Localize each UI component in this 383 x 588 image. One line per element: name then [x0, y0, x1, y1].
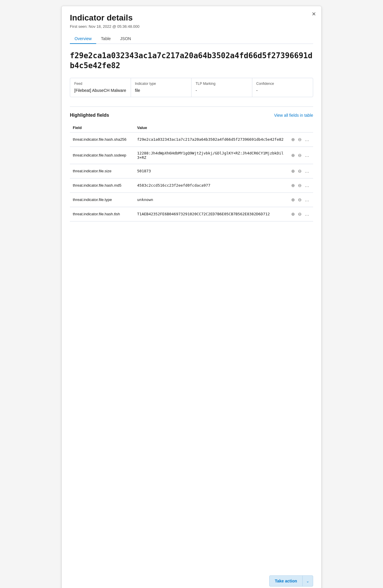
action-icons-group: ⊕⊖…​	[291, 197, 310, 203]
panel-title: Indicator details	[70, 13, 313, 23]
more-options-icon[interactable]: …​	[304, 183, 310, 188]
feed-label: Feed	[74, 82, 127, 86]
filter-for-icon[interactable]: ⊕	[291, 197, 296, 202]
action-icons-group: ⊕⊖…​	[291, 152, 310, 158]
table-row: threat.indicator.file.hash.tlshT1AEB4235…	[70, 207, 313, 221]
action-icons-group: ⊕⊖…​	[291, 137, 310, 142]
section-divider	[70, 106, 313, 107]
more-options-icon[interactable]: …​	[304, 152, 310, 158]
indicator-details-panel: ✕ Indicator details First seen: Nov 18, …	[61, 6, 322, 588]
info-cell-confidence: Confidence -	[252, 78, 313, 97]
info-cell-indicator-type: Indicator type file	[131, 78, 192, 97]
view-all-fields-button[interactable]: View all fields in table	[274, 113, 313, 118]
field-value-cell: 501873	[134, 164, 288, 178]
highlighted-header: Highlighted fields View all fields in ta…	[70, 113, 313, 118]
info-cell-feed: Feed [Filebeat] AbuseCH Malware	[70, 78, 131, 97]
take-action-bar: Take action ⌄	[269, 575, 313, 587]
action-icons-group: ⊕⊖…​	[291, 211, 310, 217]
tlp-value: -	[196, 88, 248, 93]
col-header-field: Field	[70, 123, 134, 133]
table-row: threat.indicator.file.size501873⊕⊖…​	[70, 164, 313, 178]
hash-value: f29e2ca1a032343ac1a7c217a20a64b3502a4fd6…	[70, 51, 313, 71]
indicator-type-label: Indicator type	[135, 82, 187, 86]
filter-for-icon[interactable]: ⊕	[291, 137, 296, 142]
table-row: threat.indicator.file.hash.sha256f29e2ca…	[70, 132, 313, 147]
first-seen-label: First seen: Nov 18, 2022 @ 05:36:48.000	[70, 24, 313, 29]
action-icons-group: ⊕⊖…​	[291, 168, 310, 174]
filter-out-icon[interactable]: ⊖	[297, 168, 302, 174]
table-row: threat.indicator.file.hash.ssdeep12288:J…	[70, 147, 313, 164]
filter-for-icon[interactable]: ⊕	[291, 152, 296, 158]
confidence-label: Confidence	[256, 82, 309, 86]
field-actions-cell: ⊕⊖…​	[288, 164, 313, 178]
field-value-cell: 4583c2ccd516cc23f2eefd0fcdaca977	[134, 178, 288, 192]
field-name-cell: threat.indicator.file.hash.ssdeep	[70, 147, 134, 164]
filter-out-icon[interactable]: ⊖	[297, 152, 302, 158]
field-value-cell: 12288:Jh4dWpXh6HdbMY1gQ9WjtZjvbkj/GDlJgl…	[134, 147, 288, 164]
field-name-cell: threat.indicator.file.hash.tlsh	[70, 207, 134, 221]
chevron-down-icon: ⌄	[303, 576, 313, 586]
tab-bar: Overview Table JSON	[70, 34, 313, 44]
more-options-icon[interactable]: …​	[304, 168, 310, 174]
info-grid: Feed [Filebeat] AbuseCH Malware Indicato…	[70, 78, 313, 97]
close-button[interactable]: ✕	[310, 10, 317, 18]
filter-out-icon[interactable]: ⊖	[297, 137, 302, 142]
more-options-icon[interactable]: …​	[304, 137, 310, 142]
take-action-label: Take action	[270, 576, 303, 586]
field-actions-cell: ⊕⊖…​	[288, 147, 313, 164]
indicator-type-value: file	[135, 88, 187, 93]
field-actions-cell: ⊕⊖…​	[288, 207, 313, 221]
filter-for-icon[interactable]: ⊕	[291, 211, 296, 217]
tab-overview[interactable]: Overview	[70, 34, 96, 44]
more-options-icon[interactable]: …​	[304, 211, 310, 217]
field-actions-cell: ⊕⊖…​	[288, 178, 313, 192]
filter-out-icon[interactable]: ⊖	[297, 183, 302, 188]
field-name-cell: threat.indicator.file.size	[70, 164, 134, 178]
field-value-cell: f29e2ca1a032343ac1a7c217a20a64b3502a4fd6…	[134, 132, 288, 147]
tlp-label: TLP Marking	[196, 82, 248, 86]
filter-out-icon[interactable]: ⊖	[297, 211, 302, 217]
field-value-cell: unknown	[134, 192, 288, 207]
filter-out-icon[interactable]: ⊖	[297, 197, 302, 202]
field-name-cell: threat.indicator.file.type	[70, 192, 134, 207]
more-options-icon[interactable]: …​	[304, 197, 310, 203]
col-header-value: Value	[134, 123, 288, 133]
table-row: threat.indicator.file.hash.md54583c2ccd5…	[70, 178, 313, 192]
field-name-cell: threat.indicator.file.hash.sha256	[70, 132, 134, 147]
filter-for-icon[interactable]: ⊕	[291, 168, 296, 174]
tab-json[interactable]: JSON	[115, 34, 136, 44]
fields-table: Field Value threat.indicator.file.hash.s…	[70, 123, 313, 221]
action-icons-group: ⊕⊖…​	[291, 183, 310, 188]
table-row: threat.indicator.file.typeunknown⊕⊖…​	[70, 192, 313, 207]
confidence-value: -	[256, 88, 309, 93]
feed-value: [Filebeat] AbuseCH Malware	[74, 88, 127, 93]
highlighted-title: Highlighted fields	[70, 113, 109, 118]
info-cell-tlp: TLP Marking -	[191, 78, 252, 97]
filter-for-icon[interactable]: ⊕	[291, 183, 296, 188]
col-header-actions	[288, 123, 313, 133]
field-actions-cell: ⊕⊖…​	[288, 192, 313, 207]
field-name-cell: threat.indicator.file.hash.md5	[70, 178, 134, 192]
field-actions-cell: ⊕⊖…​	[288, 132, 313, 147]
take-action-button[interactable]: Take action ⌄	[269, 575, 313, 587]
field-value-cell: T1AEB42352FE6B046973291020CC72C2ED7B6E05…	[134, 207, 288, 221]
tab-table[interactable]: Table	[96, 34, 115, 44]
